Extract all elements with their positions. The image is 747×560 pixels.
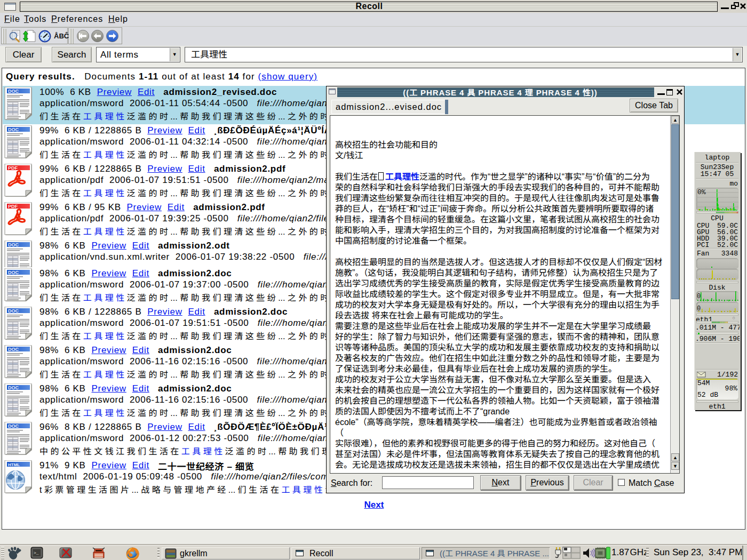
svg-text:HTML: HTML [8,462,20,467]
svg-text:0%: 0% [697,188,706,196]
svg-text:0: 0 [697,305,701,313]
svg-text:PDF: PDF [8,165,18,171]
svg-text:DOC: DOC [8,242,19,247]
svg-text:DOC: DOC [8,347,19,352]
svg-text:0: 0 [697,293,701,300]
svg-text:DOC: DOC [8,385,19,390]
svg-text:DOC: DOC [8,308,19,314]
svg-text:PDF: PDF [8,204,18,209]
svg-text:DOC: DOC [8,127,19,132]
svg-text:>_: >_ [34,550,39,555]
svg-text:DOC: DOC [8,89,19,94]
svg-text:DOC: DOC [8,423,19,429]
svg-text:DOC: DOC [8,270,19,275]
